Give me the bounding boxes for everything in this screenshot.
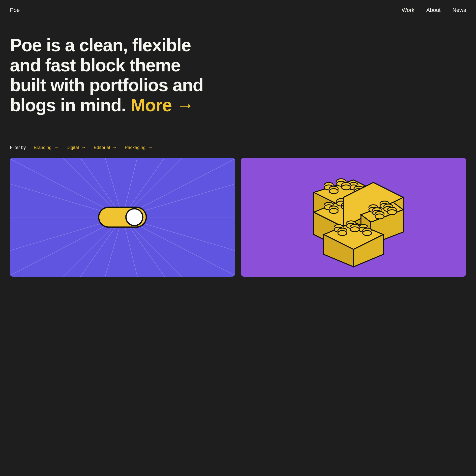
filter-link-packaging[interactable]: Packaging → [125,145,152,150]
svg-rect-25 [294,158,298,158]
toggle-switch-illustration [98,205,147,230]
nav-item-news[interactable]: News [452,7,466,13]
svg-point-24 [294,158,298,158]
portfolio-item-toggle[interactable] [10,158,235,277]
nav-item-about[interactable]: About [426,7,441,13]
nav-link-about[interactable]: About [426,7,441,13]
filter-item-packaging[interactable]: Packaging → [125,145,152,150]
more-link[interactable]: More → [130,95,194,115]
filter-links: Branding → Digital → Editorial → Packagi… [34,145,152,150]
filter-label: Filter by [10,145,26,150]
nav-links: Work About News [402,7,466,13]
svg-point-26 [294,158,298,161]
filter-section: Filter by Branding → Digital → Editorial… [0,135,476,158]
filter-link-editorial[interactable]: Editorial → [94,145,117,150]
filter-item-branding[interactable]: Branding → [34,145,59,150]
nav-link-work[interactable]: Work [402,7,415,13]
hero-section: Poe is a clean, flexible and fast block … [0,20,476,135]
arrow-icon: → [112,145,117,150]
filter-link-branding[interactable]: Branding → [34,145,59,150]
arrow-icon: → [54,145,59,150]
svg-point-23 [126,209,143,226]
portfolio-grid [0,158,476,277]
main-nav: Poe Work About News [0,0,476,20]
nav-link-news[interactable]: News [452,7,466,13]
filter-link-digital[interactable]: Digital → [66,145,86,150]
arrow-icon: → [81,145,86,150]
site-logo[interactable]: Poe [10,7,20,13]
filter-item-digital[interactable]: Digital → [66,145,86,150]
lego-illustration [294,158,413,277]
nav-item-work[interactable]: Work [402,7,415,13]
filter-item-editorial[interactable]: Editorial → [94,145,117,150]
arrow-icon: → [148,145,152,150]
portfolio-item-lego[interactable] [241,158,466,277]
hero-heading: Poe is a clean, flexible and fast block … [10,35,208,115]
